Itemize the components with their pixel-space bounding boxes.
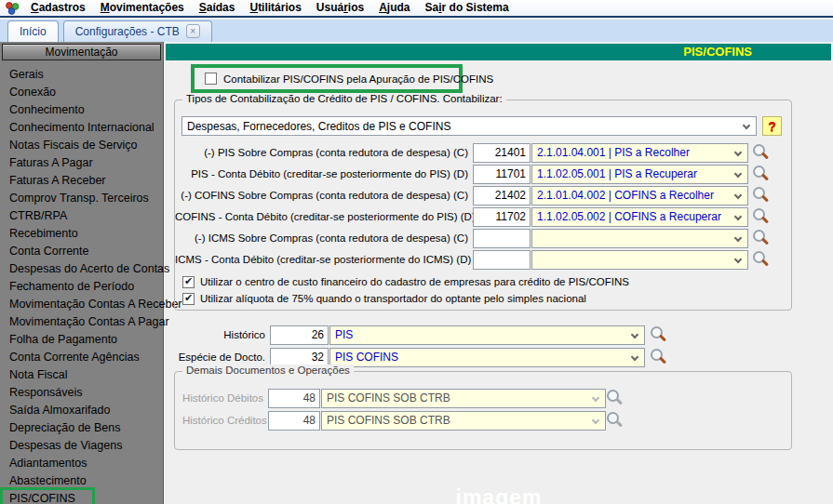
tab-inicio[interactable]: Início	[7, 20, 59, 42]
search-icon	[606, 390, 623, 406]
sidebar-item-conhecimento-internacional[interactable]: Conhecimento Internacional	[0, 119, 163, 137]
chevron-down-icon	[734, 212, 742, 219]
contabilizacao-type-select[interactable]: Despesas, Fornecedores, Creditos de PIS …	[181, 116, 757, 136]
especie-combo[interactable]: PIS COFINS	[329, 348, 645, 367]
menu-item-movimenta-es[interactable]: Movimentações	[93, 0, 192, 16]
chevron-down-icon	[631, 352, 638, 360]
menu-item-utilit-rios[interactable]: Utilitários	[242, 0, 308, 16]
credit-account-row: ICMS - Conta Débito (creditar-se posteri…	[175, 249, 791, 270]
menu-item-usu-rios[interactable]: Usuários	[309, 0, 371, 16]
demais-value: PIS COFINS SOB CTRB	[327, 414, 450, 427]
help-button[interactable]: ?	[762, 116, 782, 136]
search-icon[interactable]	[650, 349, 666, 365]
sidebar-item-despesas-do-acerto-de-contas[interactable]: Despesas do Acerto de Contas	[0, 260, 163, 278]
option-checkbox[interactable]	[182, 293, 195, 305]
sidebar-item-movimenta-o-contas-a-pagar[interactable]: Movimentação Contas A Pagar	[0, 313, 163, 331]
menu-item-ajuda[interactable]: Ajuda	[371, 0, 417, 16]
demais-row: Histórico Débitos48PIS COFINS SOB CTRB	[182, 388, 623, 408]
account-combo[interactable]	[531, 250, 748, 270]
account-combo[interactable]: 1.1.02.05.001 | PIS a Recuperar	[531, 165, 748, 184]
sidebar-item-notas-fiscais-de-servi-o[interactable]: Notas Fiscais de Serviço	[0, 137, 163, 154]
sidebar-item-deprecia-o-de-bens[interactable]: Depreciação de Bens	[0, 419, 163, 437]
sidebar-item-nota-fiscal[interactable]: Nota Fiscal	[0, 366, 163, 384]
credit-types-groupbox: Tipos de Contabilização de Crédito de PI…	[174, 99, 792, 311]
sidebar-item-comprov-transp-terceiros[interactable]: Comprov Transp. Terceiros	[0, 190, 163, 207]
search-icon[interactable]	[650, 326, 666, 343]
sidebar-item-movimenta-o-contas-a-receber[interactable]: Movimentação Contas A Receber	[0, 296, 163, 313]
search-icon[interactable]	[752, 187, 769, 204]
sidebar-item-ctrb-rpa[interactable]: CTRB/RPA	[0, 207, 163, 225]
menu-item-sair-do-sistema[interactable]: Sair do Sistema	[418, 0, 517, 16]
credit-account-row: COFINS - Conta Débito (creditar-se poste…	[175, 206, 791, 227]
sidebar-item-adiantamentos[interactable]: Adiantamentos	[0, 455, 163, 472]
account-combo[interactable]	[531, 229, 748, 248]
row-label: (-) PIS Sobre Compras (conta redutora de…	[175, 147, 473, 158]
sidebar-item-conhecimento[interactable]: Conhecimento	[0, 101, 163, 119]
sidebar: Movimentação GeraisConexãoConhecimentoCo…	[0, 42, 164, 504]
tab-label: Início	[20, 25, 47, 38]
close-icon[interactable]: ×	[186, 24, 200, 38]
credit-account-row: (-) PIS Sobre Compras (conta redutora de…	[175, 142, 791, 163]
demais-code-field: 48	[268, 389, 320, 408]
content-area: Movimentação GeraisConexãoConhecimentoCo…	[0, 42, 833, 504]
credit-account-row: PIS - Conta Débito (creditar-se posterio…	[175, 164, 791, 184]
demais-documentos-legend: Demais Documentos e Operações	[182, 365, 354, 376]
watermark-text: imagem	[456, 485, 543, 504]
menu-item-cadastros[interactable]: Cadastros	[23, 0, 93, 16]
sidebar-item-faturas-a-pagar[interactable]: Faturas A Pagar	[0, 154, 163, 172]
apuracao-highlight-box: Contabilizar PIS/COFINS pela Apuração de…	[191, 64, 463, 93]
search-icon[interactable]	[752, 208, 769, 225]
historico-code-field[interactable]: 26	[270, 325, 329, 345]
users-group-icon	[4, 1, 20, 16]
account-value: 2.1.01.04.001 | PIS a Recolher	[537, 146, 690, 159]
account-code-field[interactable]: 11701	[473, 165, 531, 184]
sidebar-group-header[interactable]: Movimentação	[2, 44, 161, 60]
sidebar-item-recebimento[interactable]: Recebimento	[0, 225, 163, 243]
account-combo[interactable]: 1.1.02.05.002 | COFINS a Recuperar	[531, 207, 748, 227]
account-code-field[interactable]	[473, 250, 531, 270]
account-code-field[interactable]: 21402	[473, 186, 531, 206]
search-icon[interactable]	[752, 251, 769, 268]
account-code-field[interactable]: 21401	[473, 143, 531, 163]
apuracao-checkbox[interactable]	[205, 73, 217, 85]
main-panel: PIS/COFINS Contabilizar PIS/COFINS pela …	[165, 42, 833, 504]
row-label: (-) COFINS Sobre Compras (conta redutora…	[175, 190, 473, 201]
sidebar-item-respons-veis[interactable]: Responsáveis	[0, 384, 163, 402]
demais-label: Histórico Créditos	[182, 415, 268, 426]
account-combo[interactable]: 2.1.01.04.002 | COFINS a Recolher	[531, 186, 748, 206]
search-icon[interactable]	[752, 230, 769, 246]
demais-combo: PIS COFINS SOB CTRB	[321, 411, 606, 431]
chevron-down-icon	[631, 330, 638, 338]
sidebar-item-abastecimento[interactable]: Abastecimento	[0, 472, 163, 490]
row-label: PIS - Conta Débito (creditar-se posterio…	[175, 168, 473, 179]
menu-bar: CadastrosMovimentaçõesSaídasUtilitáriosU…	[0, 0, 833, 18]
sidebar-item-fechamento-de-per-odo[interactable]: Fechamento de Período	[0, 278, 163, 296]
account-value: 1.1.02.05.002 | COFINS a Recuperar	[537, 210, 721, 223]
sidebar-item-folha-de-pagamento[interactable]: Folha de Pagamento	[0, 331, 163, 349]
sidebar-item-conex-o[interactable]: Conexão	[0, 84, 163, 101]
sidebar-item-despesas-de-viagens[interactable]: Despesas de Viagens	[0, 437, 163, 455]
search-icon	[606, 412, 623, 429]
tab-strip: Início Configurações - CTB ×	[0, 20, 833, 42]
sidebar-item-conta-corrente[interactable]: Conta Corrente	[0, 243, 163, 260]
option-label: Utilizar alíquota de 75% quando o transp…	[200, 293, 586, 304]
sidebar-item-conta-corrente-ag-ncias[interactable]: Conta Corrente Agências	[0, 349, 163, 366]
sidebar-item-sa-da-almoxarifado[interactable]: Saída Almoxarifado	[0, 402, 163, 419]
account-combo[interactable]: 2.1.01.04.001 | PIS a Recolher	[531, 143, 748, 163]
row-label: ICMS - Conta Débito (creditar-se posteri…	[175, 254, 473, 265]
sidebar-item-gerais[interactable]: Gerais	[0, 66, 163, 84]
chevron-down-icon	[734, 233, 742, 241]
historico-label: Histórico	[165, 329, 270, 340]
account-value: 2.1.01.04.002 | COFINS a Recolher	[537, 189, 714, 202]
search-icon[interactable]	[752, 144, 769, 161]
option-label: Utilizar o centro de custo financeiro do…	[200, 276, 629, 287]
sidebar-item-pis-cofins[interactable]: PIS/COFINS	[0, 490, 163, 504]
historico-combo[interactable]: PIS	[329, 325, 645, 345]
account-code-field[interactable]	[473, 229, 531, 248]
sidebar-item-faturas-a-receber[interactable]: Faturas A Receber	[0, 172, 163, 190]
option-checkbox[interactable]	[182, 276, 195, 288]
account-code-field[interactable]: 11702	[473, 207, 531, 227]
tab-configuracoes-ctb[interactable]: Configurações - CTB ×	[63, 20, 212, 42]
search-icon[interactable]	[752, 166, 769, 182]
menu-item-sa-das[interactable]: Saídas	[192, 0, 243, 16]
